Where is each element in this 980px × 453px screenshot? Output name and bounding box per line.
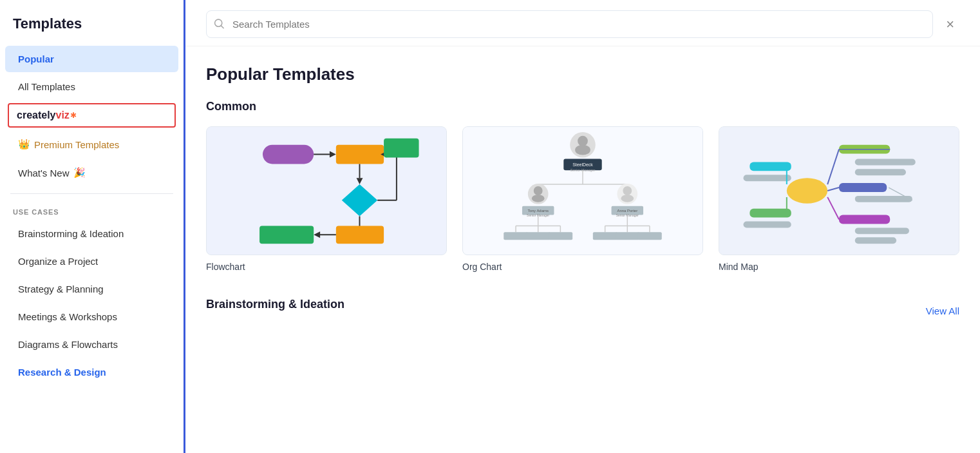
main-content: × Popular Templates Common xyxy=(185,0,980,453)
svg-line-62 xyxy=(827,149,839,184)
svg-line-66 xyxy=(827,188,839,191)
svg-rect-2 xyxy=(263,145,314,164)
svg-point-58 xyxy=(787,178,827,204)
svg-rect-60 xyxy=(855,159,916,166)
svg-point-31 xyxy=(534,186,543,195)
sidebar-item-all-templates[interactable]: All Templates xyxy=(5,73,178,100)
template-grid-common: Flowchart SteelDeck Senior Manager xyxy=(206,126,959,272)
sidebar-item-strategy[interactable]: Strategy & Planning xyxy=(5,276,178,302)
svg-rect-48 xyxy=(526,232,551,240)
svg-rect-65 xyxy=(855,196,912,202)
brainstorming-section-header: Brainstorming & Ideation View All xyxy=(206,298,959,324)
svg-point-22 xyxy=(575,145,590,155)
search-container xyxy=(206,10,933,38)
svg-line-1 xyxy=(221,26,224,28)
svg-rect-61 xyxy=(855,169,906,175)
svg-rect-64 xyxy=(839,183,887,192)
main-scroll: Popular Templates Common xyxy=(185,46,980,453)
svg-rect-47 xyxy=(504,232,528,240)
org-chart-label: Org Chart xyxy=(462,262,703,272)
use-cases-label: USE CASES xyxy=(0,200,184,220)
svg-rect-19 xyxy=(259,226,314,244)
flowchart-label: Flowchart xyxy=(206,262,447,272)
sidebar-title: Templates xyxy=(0,15,184,45)
svg-rect-73 xyxy=(744,175,791,181)
sidebar-item-premium[interactable]: 👑 Premium Templates xyxy=(5,131,178,158)
sidebar: Templates Popular All Templates creately… xyxy=(0,0,185,453)
svg-rect-16 xyxy=(336,226,384,244)
svg-text:Anna Porter: Anna Porter xyxy=(617,209,637,213)
sidebar-item-whats-new[interactable]: What's New 🎉 xyxy=(5,159,178,186)
sidebar-item-popular[interactable]: Popular xyxy=(5,46,178,72)
sidebar-item-meetings[interactable]: Meetings & Workshops xyxy=(5,304,178,330)
mindmap-preview xyxy=(719,126,959,255)
brainstorming-section-title: Brainstorming & Ideation xyxy=(206,298,344,311)
template-card-org-chart[interactable]: SteelDeck Senior Manager Tony Adams xyxy=(462,126,703,272)
svg-point-21 xyxy=(578,136,588,146)
sidebar-item-brainstorming[interactable]: Brainstorming & Ideation xyxy=(5,220,178,247)
svg-marker-8 xyxy=(342,184,377,217)
mind-map-label: Mind Map xyxy=(719,262,959,272)
svg-point-38 xyxy=(621,195,634,202)
orgchart-preview: SteelDeck Senior Manager Tony Adams xyxy=(462,126,703,255)
search-icon xyxy=(214,18,224,30)
viz-star-icon: ✱ xyxy=(70,111,77,120)
sidebar-item-diagrams[interactable]: Diagrams & Flowcharts xyxy=(5,331,178,358)
search-input[interactable] xyxy=(206,10,933,38)
party-icon: 🎉 xyxy=(73,167,86,178)
svg-text:SteelDeck: SteelDeck xyxy=(572,162,593,167)
svg-point-37 xyxy=(623,186,632,195)
createlyviz-box[interactable]: createlyviz✱ xyxy=(8,103,176,128)
sidebar-item-organize[interactable]: Organize a Project xyxy=(5,248,178,275)
svg-rect-68 xyxy=(839,215,890,224)
svg-point-32 xyxy=(532,195,545,202)
svg-rect-55 xyxy=(593,232,617,240)
svg-rect-75 xyxy=(749,209,791,218)
svg-text:Tony Adams: Tony Adams xyxy=(528,209,549,213)
sidebar-divider xyxy=(10,193,173,194)
svg-line-71 xyxy=(827,197,839,220)
creately-text: creately xyxy=(17,110,56,121)
svg-marker-4 xyxy=(330,151,336,158)
svg-rect-13 xyxy=(384,139,419,158)
sidebar-item-research[interactable]: Research & Design xyxy=(5,359,178,385)
svg-rect-5 xyxy=(336,145,384,164)
view-all-link[interactable]: View All xyxy=(926,305,959,316)
svg-rect-49 xyxy=(549,232,573,240)
svg-rect-72 xyxy=(749,162,791,171)
close-button[interactable]: × xyxy=(941,15,959,34)
template-card-flowchart[interactable]: Flowchart xyxy=(206,126,447,272)
flowchart-preview xyxy=(206,126,447,255)
page-title: Popular Templates xyxy=(206,64,959,84)
crown-icon: 👑 xyxy=(18,139,30,150)
svg-rect-56 xyxy=(615,232,639,240)
main-header: × xyxy=(185,0,980,46)
svg-marker-7 xyxy=(357,178,363,184)
common-section-title: Common xyxy=(206,100,959,113)
template-card-mind-map[interactable]: Mind Map xyxy=(719,126,959,272)
svg-marker-18 xyxy=(314,231,320,238)
viz-text: viz xyxy=(56,110,70,121)
svg-rect-76 xyxy=(744,222,791,228)
svg-rect-70 xyxy=(855,237,896,244)
svg-rect-69 xyxy=(855,227,909,234)
svg-rect-57 xyxy=(637,232,662,240)
